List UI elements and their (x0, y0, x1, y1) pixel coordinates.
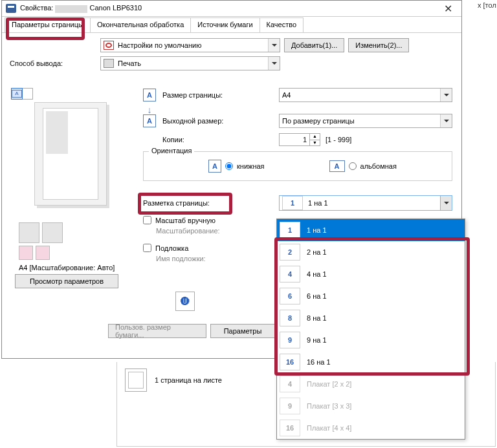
action-icons-2 (19, 246, 134, 260)
chevron-down-icon[interactable] (440, 196, 452, 210)
layout-option-2[interactable]: 44 на 1 (277, 263, 465, 285)
chevron-down-icon[interactable] (440, 114, 452, 127)
layout-option-1[interactable]: 22 на 1 (277, 241, 465, 263)
output-size-label: Выходной размер: (162, 117, 279, 125)
redacted-segment (55, 5, 87, 13)
edit-profile-button[interactable]: Изменить(2)... (348, 38, 409, 52)
scale-caption: A4 [Масштабирование: Авто] (19, 264, 134, 272)
layout-option-badge: 4 (280, 376, 300, 392)
output-method-label: Способ вывода: (10, 59, 100, 67)
tab-paper-source[interactable]: Источник бумаги (190, 17, 260, 32)
layout-option-badge: 9 (280, 398, 300, 414)
layout-option-text: 16 на 1 (307, 358, 331, 366)
page-layout-dropdown[interactable]: 11 на 122 на 144 на 166 на 188 на 199 на… (276, 219, 465, 440)
close-button[interactable]: ✕ (438, 3, 458, 15)
landscape-icon: A (329, 160, 345, 172)
radio-landscape[interactable] (349, 162, 357, 170)
preview-mode-printer[interactable] (22, 89, 32, 99)
watermark-checkbox[interactable] (143, 244, 151, 252)
stack-icon[interactable] (19, 222, 39, 243)
page-size-combo[interactable]: A4 (279, 88, 452, 102)
orientation-legend: Ориентация (149, 147, 194, 155)
page-preview (34, 102, 107, 206)
page-params-button[interactable]: Параметры (210, 324, 275, 338)
action-icons-1 (19, 222, 134, 243)
titlebar[interactable]: Свойства: Canon LBP6310 ✕ (2, 1, 461, 17)
tab-page-settings[interactable]: Параметры страницы (5, 17, 91, 32)
layout-option-badge: 1 (280, 222, 300, 239)
layout-option-badge: 8 (280, 310, 300, 326)
background-text: х [тол (478, 0, 497, 9)
doc-a-icon[interactable] (19, 246, 33, 260)
layout-option-text: Плакат [2 x 2] (307, 380, 351, 388)
layout-option-text: 9 на 1 (307, 336, 327, 344)
staple-icon[interactable] (42, 222, 63, 243)
watermark-icon-button[interactable]: 🅤 (175, 292, 195, 311)
chevron-down-icon[interactable] (268, 57, 280, 70)
printer-icon (6, 4, 16, 13)
page-a-icon: A (12, 90, 22, 98)
layout-option-text: 1 на 1 (307, 226, 327, 234)
layout-option-badge: 6 (280, 288, 300, 304)
layout-badge-icon: 1 (282, 196, 303, 210)
layout-option-6[interactable]: 1616 на 1 (277, 351, 465, 373)
page-layout-combo[interactable]: 1 1 на 1 (279, 195, 452, 211)
manual-scale-checkbox[interactable] (143, 216, 151, 224)
layout-option-badge: 16 (280, 420, 300, 436)
layout-option-badge: 4 (280, 266, 300, 283)
layout-option-text: 8 на 1 (307, 314, 327, 322)
layout-option-5[interactable]: 99 на 1 (277, 329, 465, 351)
layout-option-7: 4Плакат [2 x 2] (277, 373, 465, 395)
custom-paper-size-button[interactable]: Пользов. размер бумаги... (108, 324, 206, 338)
window-title: Свойства: Canon LBP6310 (20, 4, 438, 12)
orientation-group: Ориентация A книжная A альбомная (143, 151, 452, 181)
manual-scale-label: Масштаб вручную (155, 217, 215, 224)
page-size-label: Размер страницы: (162, 91, 279, 99)
page-size-icon: A (143, 89, 156, 101)
portrait-icon: A (208, 160, 221, 173)
tab-strip: Параметры страницы Окончательная обработ… (2, 17, 461, 33)
preview-mode-toggle[interactable]: A (11, 88, 33, 100)
profile-combo[interactable]: Настройки по умолчанию (100, 38, 280, 52)
copies-label: Копии: (162, 136, 279, 144)
watermark-label: Подложка (155, 244, 188, 252)
output-size-icon: A (143, 114, 156, 127)
add-profile-button[interactable]: Добавить(1)... (284, 38, 344, 52)
pages-per-sheet-label: 1 страница на листе (155, 376, 222, 384)
layout-option-0[interactable]: 11 на 1 (277, 219, 465, 241)
copies-range: [1 - 999] (326, 136, 351, 144)
orientation-portrait[interactable]: A книжная (208, 160, 265, 173)
default-profile-icon (104, 41, 114, 50)
copies-stepper[interactable]: ▲▼ (310, 133, 320, 146)
layout-option-badge: 2 (280, 244, 300, 261)
layout-option-text: 4 на 1 (307, 270, 327, 278)
layout-option-9: 16Плакат [4 x 4] (277, 417, 465, 439)
radio-portrait[interactable] (225, 162, 233, 170)
tab-quality[interactable]: Качество (260, 17, 304, 32)
pages-per-sheet-icon (125, 368, 147, 392)
down-arrow-icon: ↓ (143, 105, 156, 114)
page-layout-label: Разметка страницы: (143, 199, 210, 207)
layout-option-text: 6 на 1 (307, 292, 327, 300)
copies-input[interactable]: 1 (279, 133, 310, 146)
layout-option-text: Плакат [4 x 4] (307, 424, 351, 432)
print-icon (104, 59, 114, 68)
layout-option-text: Плакат [3 x 3] (307, 402, 351, 410)
preview-panel: A A4 [Масштабирование: Авто] (11, 88, 134, 272)
view-params-button[interactable]: Просмотр параметров (15, 274, 118, 288)
orientation-landscape[interactable]: A альбомная (329, 160, 397, 173)
output-size-combo[interactable]: По размеру страницы (279, 114, 452, 128)
layout-option-badge: 16 (280, 354, 300, 370)
layout-option-text: 2 на 1 (307, 248, 327, 256)
layout-option-3[interactable]: 66 на 1 (277, 285, 465, 307)
output-method-combo[interactable]: Печать (100, 56, 280, 70)
doc-b-icon[interactable] (36, 246, 50, 260)
layout-option-badge: 9 (280, 332, 300, 348)
preview-mode-page[interactable]: A (11, 88, 23, 100)
layout-option-4[interactable]: 88 на 1 (277, 307, 465, 329)
tab-finishing[interactable]: Окончательная обработка (90, 17, 191, 32)
chevron-down-icon[interactable] (268, 39, 280, 52)
chevron-down-icon[interactable] (440, 89, 452, 101)
layout-option-8: 9Плакат [3 x 3] (277, 395, 465, 417)
